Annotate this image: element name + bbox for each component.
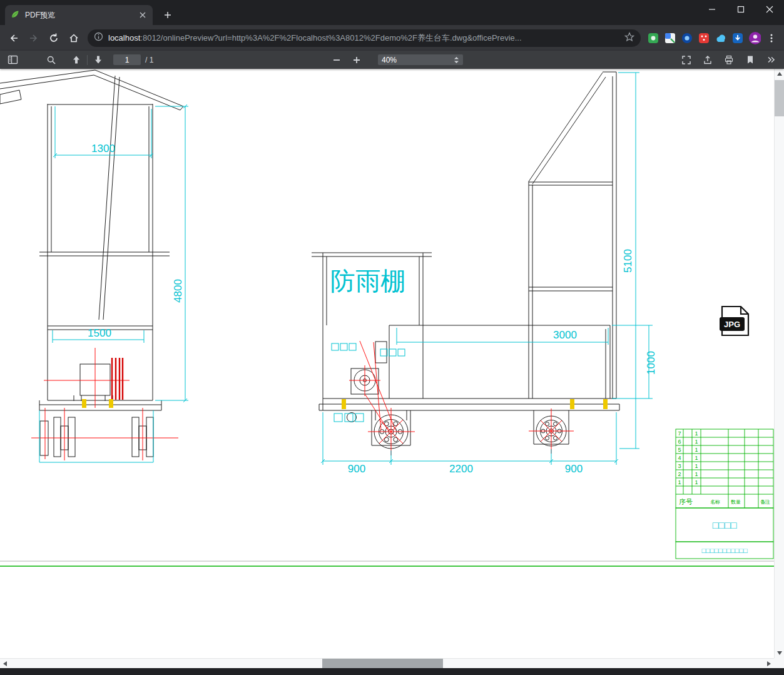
bom-header-name: 名称 bbox=[710, 499, 720, 505]
tab-favicon-leaf-icon bbox=[10, 9, 20, 21]
url-host: localhost bbox=[108, 33, 140, 43]
extension-icon-5[interactable] bbox=[715, 32, 727, 44]
fullscreen-icon[interactable] bbox=[678, 52, 695, 68]
window-minimize-button[interactable] bbox=[698, 0, 726, 19]
browser-tab[interactable]: PDF预览 bbox=[5, 5, 153, 25]
bom-qty: 1 bbox=[695, 471, 698, 477]
toolbar-divider bbox=[87, 55, 88, 65]
bom-row-no: 2 bbox=[678, 471, 681, 477]
cad-red-bars bbox=[112, 358, 123, 400]
profile-avatar[interactable] bbox=[748, 32, 761, 44]
zoom-select[interactable]: 40% bbox=[378, 54, 463, 65]
pdf-page: 1300 4800 1500 3000 1000 5100 900 2200 9… bbox=[0, 69, 774, 658]
cad-black-lines bbox=[0, 70, 619, 457]
tab-strip: PDF预览 bbox=[0, 0, 784, 25]
title-block-texts: □□□□ □□□□□□□□□□□ bbox=[701, 520, 747, 554]
address-bar[interactable]: localhost:8012/onlinePreview?url=http%3A… bbox=[88, 29, 641, 47]
horizontal-scroll-thumb[interactable] bbox=[322, 659, 443, 669]
horizontal-scrollbar[interactable] bbox=[0, 658, 774, 668]
back-button[interactable] bbox=[4, 28, 24, 48]
zoom-out-icon[interactable] bbox=[328, 52, 345, 68]
extension-icon-6[interactable] bbox=[731, 32, 744, 44]
extensions-cluster bbox=[644, 32, 780, 44]
tab-title: PDF预览 bbox=[25, 10, 133, 21]
jpg-label: JPG bbox=[724, 320, 740, 329]
vertical-scroll-thumb[interactable] bbox=[775, 80, 784, 116]
sidebar-toggle-icon[interactable] bbox=[4, 52, 21, 68]
next-page-icon[interactable] bbox=[89, 52, 107, 68]
page-info-icon[interactable] bbox=[94, 32, 103, 44]
tab-close-icon[interactable] bbox=[138, 10, 148, 20]
window-maximize-button[interactable] bbox=[726, 0, 755, 19]
bom-header-qty: 数量 bbox=[731, 499, 741, 505]
bom-row-no: 7 bbox=[678, 430, 681, 437]
bom-row-no: 1 bbox=[678, 479, 681, 485]
bom-qty: 1 bbox=[695, 455, 698, 461]
extension-icon-4[interactable] bbox=[698, 32, 710, 44]
scrollbar-corner bbox=[774, 658, 784, 668]
extension-icon-3[interactable] bbox=[681, 32, 693, 44]
bookmark-star-icon[interactable] bbox=[624, 32, 634, 44]
pdf-viewer-toolbar: / 1 40% bbox=[0, 51, 784, 69]
title-block-title: □□□□ bbox=[713, 520, 737, 530]
scroll-left-arrow[interactable] bbox=[0, 659, 10, 669]
extension-icon-2[interactable] bbox=[664, 32, 676, 44]
bom-qty: 1 bbox=[695, 463, 698, 469]
bookmark-icon[interactable] bbox=[741, 52, 759, 68]
dim-front-height: 4800 bbox=[172, 279, 184, 303]
search-icon[interactable] bbox=[43, 52, 60, 68]
page-number-input[interactable] bbox=[113, 54, 141, 65]
bom-header-note: 备注 bbox=[760, 499, 770, 505]
scroll-up-arrow[interactable] bbox=[775, 69, 784, 79]
sheet-border-lines bbox=[0, 561, 774, 566]
dim-deck-height: 1000 bbox=[645, 351, 657, 375]
dim-side-height: 5100 bbox=[622, 249, 634, 273]
cad-drawing: 1300 4800 1500 3000 1000 5100 900 2200 9… bbox=[0, 69, 774, 658]
scroll-down-arrow[interactable] bbox=[775, 648, 784, 658]
window-bottom-edge bbox=[0, 668, 784, 675]
jpg-file-icon: JPG bbox=[720, 307, 748, 335]
reload-button[interactable] bbox=[44, 28, 64, 48]
zoom-controls: 40% bbox=[328, 51, 463, 69]
bom-header-no: 序号 bbox=[679, 498, 693, 505]
title-block-footer: □□□□□□□□□□□ bbox=[701, 547, 747, 554]
browser-toolbar: localhost:8012/onlinePreview?url=http%3A… bbox=[0, 25, 784, 51]
bom-row-no: 3 bbox=[678, 463, 681, 469]
select-spinner-icon bbox=[454, 56, 459, 64]
bom-qty: 1 bbox=[695, 439, 698, 445]
scroll-right-arrow[interactable] bbox=[764, 659, 774, 669]
dim-wheel-span: 2200 bbox=[449, 463, 473, 475]
forward-button[interactable] bbox=[24, 28, 44, 48]
print-icon[interactable] bbox=[720, 52, 738, 68]
bom-qty: 1 bbox=[695, 447, 698, 453]
previous-page-icon[interactable] bbox=[68, 52, 85, 68]
zoom-value: 40% bbox=[382, 56, 397, 64]
bom-table bbox=[676, 429, 773, 559]
window-controls bbox=[698, 0, 784, 19]
bom-qty: 1 bbox=[695, 430, 698, 437]
open-external-icon[interactable] bbox=[699, 52, 716, 68]
url-path: :8012/onlinePreview?url=http%3A%2F%2Floc… bbox=[140, 33, 521, 43]
extension-icon-1[interactable] bbox=[647, 32, 659, 44]
cad-dimension-texts: 1300 4800 1500 3000 1000 5100 900 2200 9… bbox=[88, 143, 657, 475]
window-close-button[interactable] bbox=[755, 0, 784, 19]
dim-front-mid-width: 1500 bbox=[88, 327, 111, 339]
home-button[interactable] bbox=[64, 28, 84, 48]
bom-qty: 1 bbox=[695, 479, 698, 485]
page-count-label: / 1 bbox=[145, 56, 153, 64]
pdf-toolbar-right bbox=[678, 51, 780, 69]
dim-deck-length: 3000 bbox=[553, 329, 577, 341]
more-tools-icon[interactable] bbox=[763, 52, 780, 68]
url-text: localhost:8012/onlinePreview?url=http%3A… bbox=[108, 33, 619, 44]
dim-front-top-width: 1300 bbox=[91, 143, 115, 155]
canopy-label: 防雨棚 bbox=[330, 267, 405, 295]
bom-row-no: 4 bbox=[678, 455, 681, 461]
dim-right-overhang: 900 bbox=[565, 463, 583, 475]
zoom-in-icon[interactable] bbox=[348, 52, 365, 68]
bom-row-no: 6 bbox=[678, 439, 681, 445]
browser-menu-icon[interactable] bbox=[765, 32, 778, 44]
vertical-scrollbar[interactable] bbox=[774, 69, 784, 658]
dim-left-overhang: 900 bbox=[348, 463, 365, 475]
new-tab-button[interactable] bbox=[159, 6, 176, 24]
bom-row-no: 5 bbox=[678, 447, 681, 453]
